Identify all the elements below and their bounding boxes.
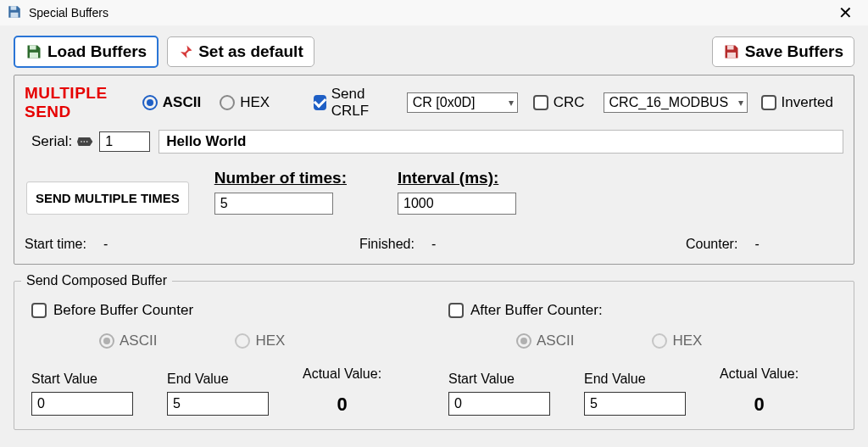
radio-icon <box>142 95 158 110</box>
svg-rect-0 <box>11 6 17 10</box>
svg-rect-5 <box>727 53 736 59</box>
svg-rect-4 <box>727 46 734 50</box>
pin-icon <box>178 44 193 59</box>
svg-point-6 <box>81 141 82 142</box>
inverted-checkbox[interactable]: Inverted <box>761 94 833 111</box>
check-icon <box>761 95 776 110</box>
line-ending-value: CR [0x0D] <box>413 95 476 110</box>
load-buffers-label: Load Buffers <box>47 42 147 61</box>
toolbar: Load Buffers Set as default Save Buffers <box>0 25 868 75</box>
before-hex-label: HEX <box>255 332 285 349</box>
before-ascii-label: ASCII <box>120 332 157 349</box>
counter-label: Counter: <box>686 237 737 252</box>
multiple-send-title: MULTIPLE SEND <box>25 84 129 121</box>
radio-icon <box>516 333 531 349</box>
before-end-label: End Value <box>167 372 269 387</box>
serial-label: Serial: <box>31 133 72 150</box>
set-default-button[interactable]: Set as default <box>167 36 314 67</box>
after-hex-radio[interactable]: HEX <box>652 332 702 349</box>
format-ascii-radio[interactable]: ASCII <box>142 94 201 111</box>
send-composed-buffer-legend: Send Composed Buffer <box>21 273 172 288</box>
after-buffer-label: After Buffer Counter: <box>470 302 603 319</box>
after-buffer-checkbox[interactable]: After Buffer Counter: <box>448 302 837 319</box>
before-end-input[interactable] <box>167 392 269 416</box>
set-default-label: Set as default <box>198 42 303 61</box>
send-crlf-checkbox[interactable]: Send CRLF <box>314 86 388 120</box>
send-multiple-times-button[interactable]: SEND MULTIPLE TIMES <box>26 182 189 215</box>
after-end-label: End Value <box>584 372 686 387</box>
save-buffers-button[interactable]: Save Buffers <box>712 36 854 67</box>
after-start-label: Start Value <box>448 372 550 387</box>
svg-point-7 <box>84 141 86 142</box>
format-ascii-label: ASCII <box>163 94 201 111</box>
after-actual-label: Actual Value: <box>720 366 798 382</box>
before-start-label: Start Value <box>31 372 133 387</box>
radio-icon <box>99 333 114 349</box>
before-buffer-label: Before Buffer Counter <box>53 302 193 319</box>
num-times-input[interactable] <box>214 193 333 215</box>
after-hex-label: HEX <box>672 332 702 349</box>
finished-value: - <box>431 237 436 252</box>
counter-value: - <box>754 237 759 252</box>
before-actual-value: 0 <box>303 394 381 416</box>
after-ascii-radio[interactable]: ASCII <box>516 332 574 349</box>
svg-rect-2 <box>30 46 36 50</box>
send-composed-buffer-group: Send Composed Buffer Before Buffer Count… <box>14 273 854 430</box>
after-ascii-label: ASCII <box>537 332 574 349</box>
after-actual-value: 0 <box>720 394 798 416</box>
floppy-icon <box>25 43 42 60</box>
start-time-label: Start time: <box>25 237 86 252</box>
payload-input[interactable] <box>159 130 843 154</box>
format-hex-radio[interactable]: HEX <box>220 94 270 111</box>
serial-number-input[interactable] <box>99 131 150 152</box>
load-buffers-button[interactable]: Load Buffers <box>14 36 159 68</box>
interval-label: Interval (ms): <box>398 169 516 187</box>
before-start-input[interactable] <box>31 392 133 416</box>
floppy-icon <box>723 43 740 60</box>
num-times-label: Number of times: <box>214 169 347 187</box>
check-icon <box>448 303 464 318</box>
check-icon <box>31 303 47 318</box>
crc-checkbox[interactable]: CRC <box>533 94 585 111</box>
radio-icon <box>652 333 667 349</box>
crc-type-value: CRC_16_MODBUS <box>609 95 728 110</box>
after-start-input[interactable] <box>448 392 550 416</box>
before-ascii-radio[interactable]: ASCII <box>99 332 157 349</box>
svg-rect-3 <box>30 53 38 59</box>
window-title: Special Buffers <box>29 6 108 20</box>
start-time-value: - <box>103 237 108 252</box>
before-buffer-checkbox[interactable]: Before Buffer Counter <box>31 302 420 319</box>
inverted-label: Inverted <box>782 94 833 111</box>
before-hex-radio[interactable]: HEX <box>235 332 285 349</box>
svg-point-8 <box>86 141 88 142</box>
after-end-input[interactable] <box>584 392 686 416</box>
send-crlf-label: Send CRLF <box>331 86 388 120</box>
close-button[interactable]: ✕ <box>832 3 860 23</box>
titlebar: Special Buffers ✕ <box>0 0 868 25</box>
line-ending-select[interactable]: CR [0x0D] <box>407 92 518 113</box>
crc-label: CRC <box>554 94 585 111</box>
radio-icon <box>220 95 235 110</box>
after-buffer-panel: After Buffer Counter: ASCII HEX Start Va… <box>442 299 843 416</box>
multiple-send-panel: MULTIPLE SEND ASCII HEX Send CRLF CR [0x… <box>14 75 854 265</box>
interval-input[interactable] <box>398 193 516 215</box>
send-multiple-times-label: SEND MULTIPLE TIMES <box>36 191 180 205</box>
before-buffer-panel: Before Buffer Counter ASCII HEX Start Va… <box>25 299 426 416</box>
save-buffers-label: Save Buffers <box>745 42 843 61</box>
radio-icon <box>235 333 250 349</box>
app-icon <box>7 4 24 21</box>
check-icon <box>533 95 548 110</box>
finished-label: Finished: <box>359 237 415 252</box>
crc-type-select[interactable]: CRC_16_MODBUS <box>604 92 748 113</box>
serial-port-icon <box>77 135 94 149</box>
check-icon <box>314 95 326 110</box>
svg-rect-1 <box>11 13 19 18</box>
format-hex-label: HEX <box>240 94 270 111</box>
before-actual-label: Actual Value: <box>303 366 381 382</box>
